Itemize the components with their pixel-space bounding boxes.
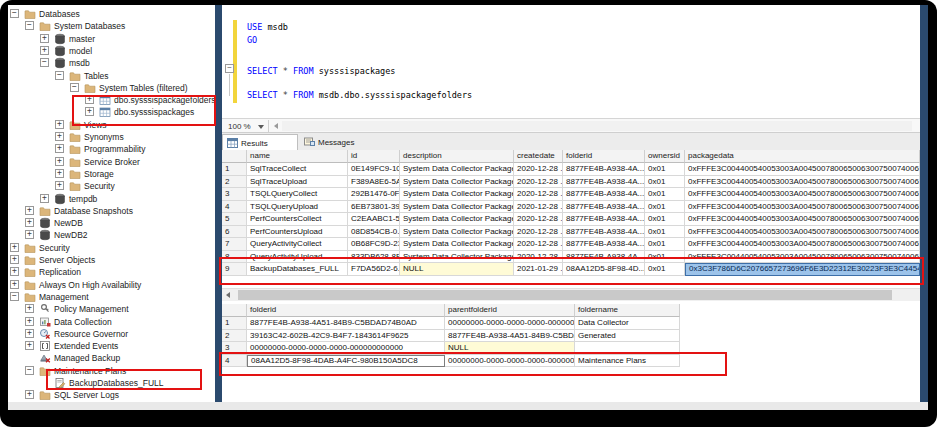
expand-icon[interactable]: + [55, 181, 64, 190]
expand-icon[interactable]: + [25, 390, 34, 399]
table-row[interactable]: 2SqlTraceUploadF389A8E6-5A...System Data… [222, 176, 920, 189]
tree-item-model[interactable]: +model [8, 45, 215, 57]
row-number-cell[interactable]: 2 [222, 330, 247, 343]
expand-icon[interactable]: + [40, 34, 49, 43]
table-cell[interactable]: 08D854CB-0... [348, 226, 400, 239]
tree-item-always-on-high-availability[interactable]: +Always On High Availability [8, 279, 215, 291]
table-cell[interactable]: 0x01 [645, 188, 685, 201]
table-cell[interactable]: 2020-12-28 ... [514, 226, 563, 239]
expand-icon[interactable]: + [25, 218, 34, 227]
expand-icon[interactable]: + [25, 206, 34, 215]
table-cell[interactable]: 0xFFFE3C004400540053003A0045007800650063… [685, 163, 920, 176]
table-cell[interactable]: 0xFFFE3C004400540053003A0045007800650063… [685, 188, 920, 201]
code-line[interactable]: GO [247, 35, 257, 47]
tree-item-database-snapshots[interactable]: +Database Snapshots [8, 205, 215, 217]
code-line[interactable]: SELECT * FROM sysssispackages [247, 66, 395, 78]
tree-item-storage[interactable]: +Storage [8, 168, 215, 180]
table-row[interactable]: 18877FE4B-A938-4A51-84B9-C5BDAD74B0AD000… [222, 317, 680, 330]
collapse-icon[interactable]: − [10, 292, 19, 301]
table-cell[interactable]: QueryActivityCollect [247, 238, 348, 251]
table-cell[interactable]: 0xFFFE3C004400540053003A0045007800650063… [685, 238, 920, 251]
expand-icon[interactable]: + [55, 132, 64, 141]
table-row[interactable]: 3TSQLQueryCollect292B1476-0F...System Da… [222, 188, 920, 201]
tree-item-system-tables-filtered-[interactable]: −System Tables (filtered) [8, 82, 215, 94]
table-cell[interactable]: System Data Collector Package [400, 238, 514, 251]
table-cell[interactable]: Generated [575, 330, 680, 343]
table-cell[interactable]: 8877FE4B-A938-4A... [563, 201, 645, 214]
row-number-cell[interactable]: 6 [222, 226, 247, 239]
tree-item-security[interactable]: +Security [8, 242, 215, 254]
table-cell[interactable]: TSQLQueryCollect [247, 188, 348, 201]
tree-item-synonyms[interactable]: +Synonyms [8, 131, 215, 143]
table-cell[interactable]: 8877FE4B-A938-4A... [563, 188, 645, 201]
tree-item-policy-management[interactable]: +Policy Management [8, 303, 215, 315]
table-cell[interactable]: 292B1476-0F... [348, 188, 400, 201]
table-row[interactable]: 6PerfCountersUpload08D854CB-0...System D… [222, 226, 920, 239]
table-cell[interactable]: System Data Collector Package [400, 163, 514, 176]
tree-item-system-databases[interactable]: −System Databases [8, 20, 215, 32]
tree-item-newdb[interactable]: +NewDB [8, 217, 215, 229]
tree-item-master[interactable]: +master [8, 33, 215, 45]
collapse-icon[interactable]: − [55, 71, 64, 80]
code-collapse-icon[interactable]: − [225, 64, 234, 73]
expand-icon[interactable]: + [10, 255, 19, 264]
table-cell[interactable]: 6EB73801-39... [348, 201, 400, 214]
table-cell[interactable]: 8877FE4B-A938-4A... [563, 176, 645, 189]
collapse-icon[interactable]: − [25, 366, 34, 375]
table-cell[interactable]: SqlTraceCollect [247, 163, 348, 176]
row-number-cell[interactable]: 1 [222, 317, 247, 330]
table-cell[interactable]: 8877FE4B-A938-4A... [563, 213, 645, 226]
expand-icon[interactable]: + [25, 329, 34, 338]
table-cell[interactable]: PerfCountersUpload [247, 226, 348, 239]
table-cell[interactable]: 0xFFFE3C004400540053003A0045007800650063… [685, 176, 920, 189]
column-header-id[interactable]: id [348, 150, 400, 163]
table-cell[interactable]: System Data Collector Package [400, 188, 514, 201]
tree-item-tables[interactable]: −Tables [8, 70, 215, 82]
column-header-ownersid[interactable]: ownersid [645, 150, 685, 163]
tree-item-security[interactable]: +Security [8, 180, 215, 192]
table-cell[interactable]: 00000000-0000-0000-0000-000000000000 [445, 317, 575, 330]
table-cell[interactable]: TSQLQueryUpload [247, 201, 348, 214]
table-cell[interactable]: 2020-12-28 ... [514, 201, 563, 214]
table-cell[interactable]: 0x01 [645, 201, 685, 214]
column-header-folderid[interactable]: folderid [563, 150, 645, 163]
expand-icon[interactable]: + [10, 243, 19, 252]
table-cell[interactable]: 0xFFFE3C004400540053003A0045007800650063… [685, 226, 920, 239]
row-number-cell[interactable]: 4 [222, 201, 247, 214]
scroll-left-icon[interactable] [274, 123, 278, 129]
expand-icon[interactable]: + [10, 267, 19, 276]
tree-item-tempdb[interactable]: +tempdb [8, 193, 215, 205]
collapse-icon[interactable]: − [70, 83, 79, 92]
expand-icon[interactable]: + [25, 317, 34, 326]
expand-icon[interactable]: + [25, 304, 34, 313]
expand-icon[interactable]: + [40, 46, 49, 55]
tree-item-management[interactable]: −Management [8, 291, 215, 303]
table-cell[interactable]: 39163C42-602B-42C9-B4F7-1843614F9625 [247, 330, 445, 343]
editor-hscrollbar[interactable] [282, 121, 912, 131]
collapse-icon[interactable]: − [10, 9, 19, 18]
table-cell[interactable]: System Data Collector Package [400, 213, 514, 226]
table-cell[interactable]: SqlTraceUpload [247, 176, 348, 189]
table-row[interactable]: 4TSQLQueryUpload6EB73801-39...System Dat… [222, 201, 920, 214]
column-header-name[interactable]: name [247, 150, 348, 163]
tree-item-sql-server-logs[interactable]: +SQL Server Logs [8, 389, 215, 401]
tree-item-resource-governor[interactable]: +Resource Governor [8, 328, 215, 340]
tree-item-databases[interactable]: −Databases [8, 8, 215, 20]
table-cell[interactable]: F389A8E6-5A... [348, 176, 400, 189]
tree-item-programmability[interactable]: +Programmability [8, 143, 215, 155]
table-cell[interactable]: PerfCountersCollect [247, 213, 348, 226]
table-cell[interactable]: C2EAABC1-5... [348, 213, 400, 226]
column-header-rownum[interactable] [222, 304, 247, 317]
expand-icon[interactable]: + [40, 194, 49, 203]
table-cell[interactable]: 0B68FC9D-23... [348, 238, 400, 251]
table-cell[interactable]: 0x01 [645, 163, 685, 176]
table-cell[interactable]: 2020-12-28 ... [514, 213, 563, 226]
code-line[interactable]: SELECT * FROM msdb.dbo.sysssispackagefol… [247, 90, 472, 102]
expand-icon[interactable]: + [55, 169, 64, 178]
row-number-cell[interactable]: 7 [222, 238, 247, 251]
column-header-parentfolderid[interactable]: parentfolderid [445, 304, 575, 317]
table-row[interactable]: 7QueryActivityCollect0B68FC9D-23...Syste… [222, 238, 920, 251]
tree-item-msdb[interactable]: −msdb [8, 57, 215, 69]
tree-item-newdb2[interactable]: +NewDB2 [8, 229, 215, 241]
scroll-left-icon[interactable] [226, 292, 230, 298]
